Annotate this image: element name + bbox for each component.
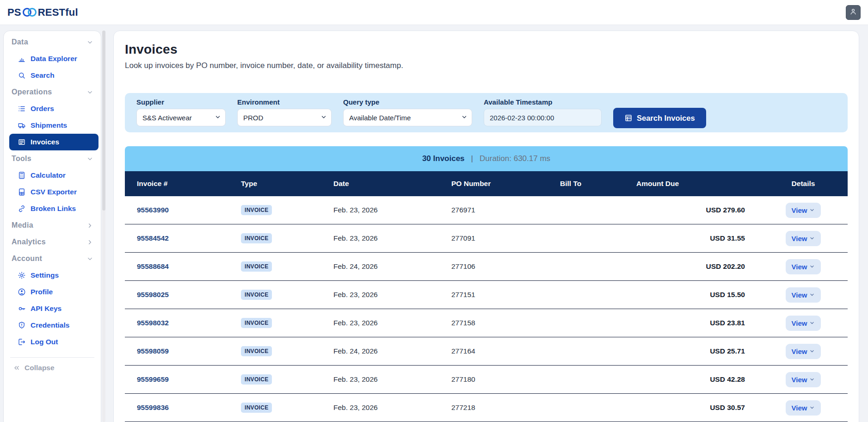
sidebar-item-label: Credentials (31, 321, 69, 329)
app-root: PS RESTful DataData ExplorerSearchOperat… (0, 0, 868, 422)
view-label: View (792, 235, 807, 242)
sidebar-scrollbar-track[interactable] (102, 31, 105, 422)
sidebar-item-api-keys[interactable]: API Keys (4, 300, 101, 317)
view-details-button[interactable]: View (786, 259, 821, 274)
supplier-label: Supplier (136, 98, 226, 106)
search-icon (18, 71, 26, 80)
view-details-button[interactable]: View (786, 372, 821, 387)
supplier-select[interactable]: S&S Activewear (136, 109, 226, 126)
sidebar-item-profile[interactable]: Profile (4, 284, 101, 300)
view-details-button[interactable]: View (786, 316, 821, 331)
bar-chart-icon (18, 55, 26, 63)
sidebar-collapse-button[interactable]: Collapse (4, 359, 101, 377)
sidebar-item-shipments[interactable]: Shipments (4, 117, 101, 134)
sidebar-section-analytics[interactable]: Analytics (4, 234, 101, 250)
chevron-down-icon (86, 89, 93, 96)
sidebar-item-csv-exporter[interactable]: CSV Exporter (4, 184, 101, 200)
section-label: Tools (12, 155, 31, 163)
column-header-amount: Amount Due (636, 180, 759, 188)
invoice-icon (624, 114, 633, 122)
column-header-type: Type (241, 180, 333, 188)
user-account-button[interactable] (846, 5, 861, 20)
invoice-number-link[interactable]: 95588684 (137, 262, 169, 270)
invoice-number-link[interactable]: 95598025 (137, 291, 169, 298)
sidebar-scrollbar-thumb[interactable] (102, 31, 105, 211)
sidebar-item-calculator[interactable]: Calculator (4, 167, 101, 184)
invoice-date: Feb. 23, 2026 (333, 234, 451, 242)
sidebar-section-media[interactable]: Media (4, 217, 101, 234)
sidebar-item-settings[interactable]: Settings (4, 267, 101, 284)
invoice-number-link[interactable]: 95598032 (137, 319, 169, 327)
sidebar-item-label: Log Out (31, 338, 58, 346)
view-label: View (792, 291, 807, 299)
sidebar-item-broken-links[interactable]: Broken Links (4, 200, 101, 217)
column-header-invoice: Invoice # (125, 180, 241, 188)
key-icon (18, 304, 26, 313)
invoice-number-link[interactable]: 95599836 (137, 403, 169, 411)
view-label: View (792, 404, 807, 412)
invoice-number-link[interactable]: 95584542 (137, 234, 169, 242)
sidebar-item-label: Settings (31, 271, 59, 279)
logout-icon (18, 338, 26, 346)
section-label: Analytics (12, 238, 46, 246)
sidebar-nav: DataData ExplorerSearchOperationsOrdersS… (3, 31, 101, 422)
sidebar-item-orders[interactable]: Orders (4, 100, 101, 117)
environment-field: Environment PROD (237, 98, 332, 126)
chevron-down-icon (809, 236, 815, 241)
sidebar-item-label: Shipments (31, 121, 67, 130)
sidebar-section-account[interactable]: Account (4, 250, 101, 267)
po-number: 277164 (451, 347, 560, 355)
po-number: 276971 (451, 206, 560, 214)
po-number: 277106 (451, 262, 560, 271)
search-invoices-button[interactable]: Search Invoices (613, 108, 706, 128)
sidebar-item-label: CSV Exporter (31, 188, 77, 196)
query-type-field: Query type Available Date/Time (343, 98, 472, 126)
sidebar-item-label: Invoices (31, 138, 59, 146)
csv-icon (18, 188, 26, 196)
invoice-number-link[interactable]: 95598059 (137, 347, 169, 355)
brand-logo[interactable]: PS RESTful (7, 6, 78, 19)
collapse-label: Collapse (25, 364, 55, 372)
invoice-date: Feb. 24, 2026 (333, 262, 451, 271)
table-row: 95599659INVOICEFeb. 23, 2026277180USD 42… (125, 366, 848, 394)
chevron-down-icon (86, 39, 93, 46)
view-details-button[interactable]: View (786, 344, 821, 359)
invoice-number-link[interactable]: 95563990 (137, 206, 169, 214)
view-details-button[interactable]: View (786, 203, 821, 218)
page-title: Invoices (125, 42, 848, 57)
shield-icon (18, 321, 26, 329)
sidebar-item-invoices[interactable]: Invoices (9, 134, 98, 150)
truck-icon (18, 121, 26, 130)
sidebar-item-log-out[interactable]: Log Out (4, 334, 101, 350)
chevron-right-icon (86, 239, 93, 246)
table-row: 95563990INVOICEFeb. 23, 2026276971USD 27… (125, 196, 848, 224)
timestamp-input[interactable] (484, 109, 602, 126)
filter-panel: Supplier S&S Activewear Environment PROD… (125, 93, 848, 132)
query-type-select[interactable]: Available Date/Time (343, 109, 472, 126)
chevron-down-icon (86, 155, 93, 162)
page-subtitle: Look up invoices by PO number, invoice n… (125, 61, 848, 70)
sidebar-section-data[interactable]: Data (4, 34, 101, 50)
view-details-button[interactable]: View (786, 287, 821, 303)
brand-logo-ps: PS (7, 6, 21, 19)
sidebar-item-label: Data Explorer (31, 55, 77, 63)
sidebar-item-search[interactable]: Search (4, 67, 101, 84)
sidebar-section-operations[interactable]: Operations (4, 84, 101, 100)
sidebar-section-tools[interactable]: Tools (4, 150, 101, 167)
invoice-date: Feb. 23, 2026 (333, 375, 451, 384)
chevron-right-icon (86, 222, 93, 229)
column-header-date: Date (333, 180, 451, 188)
view-details-button[interactable]: View (786, 231, 821, 246)
view-details-button[interactable]: View (786, 400, 821, 416)
invoice-number-link[interactable]: 95599659 (137, 375, 169, 383)
view-label: View (792, 319, 807, 327)
chevron-down-icon (809, 207, 815, 213)
environment-select[interactable]: PROD (237, 109, 332, 126)
table-row: 95598032INVOICEFeb. 23, 2026277158USD 23… (125, 309, 848, 337)
sidebar-item-data-explorer[interactable]: Data Explorer (4, 50, 101, 67)
gear-icon (18, 271, 26, 279)
sidebar-item-credentials[interactable]: Credentials (4, 317, 101, 334)
invoice-type-badge: INVOICE (241, 290, 272, 300)
table-header-row: Invoice # Type Date PO Number Bill To Am… (125, 171, 848, 196)
list-icon (18, 105, 26, 113)
